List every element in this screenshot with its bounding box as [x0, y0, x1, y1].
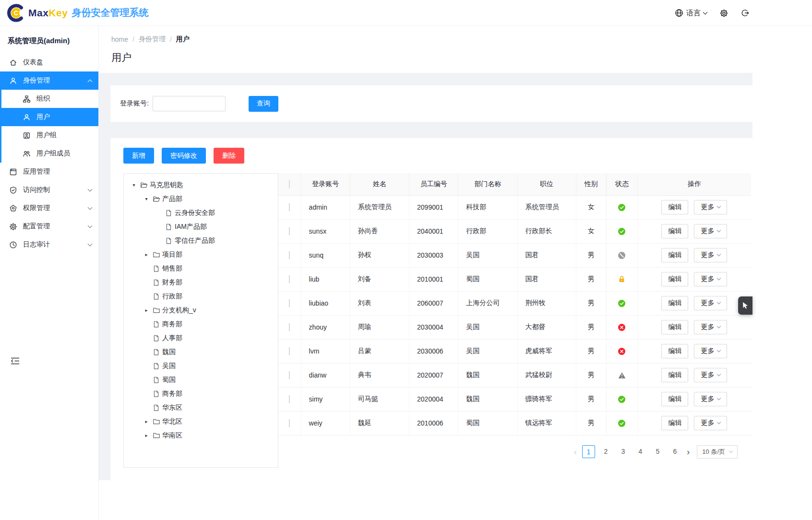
- employee-no-cell: 2020004: [409, 387, 458, 411]
- sidebar-item-user-groups[interactable]: 用户组: [1, 126, 98, 144]
- caret-right-icon[interactable]: ▸: [140, 252, 153, 257]
- table-row: admin系统管理员2099001科技部系统管理员女编辑更多: [278, 195, 751, 219]
- caret-right-icon[interactable]: ▸: [140, 307, 153, 313]
- previous-page-button[interactable]: ‹: [573, 447, 578, 456]
- sidebar-item-dashboard[interactable]: 仪表盘: [0, 53, 98, 71]
- query-button[interactable]: 查询: [249, 96, 278, 112]
- tree-node[interactable]: 蜀国: [124, 373, 278, 387]
- breadcrumb-item[interactable]: home: [111, 35, 128, 43]
- sidebar-item-configuration[interactable]: 配置管理: [0, 217, 98, 236]
- row-checkbox[interactable]: [289, 203, 290, 212]
- language-selector[interactable]: 语言: [675, 9, 707, 18]
- tree-node[interactable]: 财务部: [124, 275, 278, 289]
- sidebar-item-organizations[interactable]: 组织: [1, 90, 98, 108]
- more-button[interactable]: 更多: [694, 392, 727, 406]
- more-button[interactable]: 更多: [694, 296, 727, 310]
- edit-button[interactable]: 编辑: [661, 272, 688, 286]
- edit-button[interactable]: 编辑: [661, 200, 688, 214]
- status-cell: [606, 363, 637, 387]
- page-number-3[interactable]: 3: [617, 445, 630, 458]
- tree-node[interactable]: IAM产品部: [124, 220, 278, 234]
- tree-node[interactable]: 吴国: [124, 359, 278, 373]
- users-table-wrap: 登录账号姓名员工编号部门名称职位性别状态操作 admin系统管理员2099001…: [278, 173, 752, 459]
- edit-button[interactable]: 编辑: [661, 224, 688, 238]
- delete-button[interactable]: 删除: [214, 148, 244, 164]
- change-password-button[interactable]: 密码修改: [162, 148, 206, 164]
- more-button[interactable]: 更多: [694, 200, 727, 214]
- sidebar-item-applications[interactable]: 应用管理: [0, 163, 98, 181]
- more-button[interactable]: 更多: [694, 224, 727, 238]
- edit-button[interactable]: 编辑: [661, 392, 688, 406]
- more-button[interactable]: 更多: [694, 272, 727, 286]
- breadcrumb-separator: /: [132, 35, 134, 43]
- tree-node-label: 产品部: [162, 195, 182, 203]
- edit-button[interactable]: 编辑: [661, 368, 688, 382]
- status-locked-icon: [607, 275, 637, 283]
- table-row: weiy魏延2010006蜀国镇远将军男编辑更多: [278, 411, 751, 435]
- row-checkbox[interactable]: [289, 347, 290, 355]
- tree-node[interactable]: ▸项目部: [124, 248, 278, 261]
- breadcrumb-item[interactable]: 身份管理: [139, 35, 166, 44]
- name-cell: 刘表: [350, 291, 409, 315]
- row-checkbox[interactable]: [289, 275, 290, 284]
- add-button[interactable]: 新增: [123, 148, 154, 164]
- tree-node[interactable]: 云身份安全部: [124, 206, 278, 220]
- sidebar-item-permissions[interactable]: 权限管理: [0, 199, 98, 217]
- page-number-5[interactable]: 5: [651, 445, 664, 458]
- employee-no-cell: 2030004: [409, 315, 458, 339]
- next-page-button[interactable]: ›: [686, 447, 691, 456]
- tree-node[interactable]: 华东区: [124, 401, 278, 414]
- caret-right-icon[interactable]: ▸: [140, 419, 153, 424]
- page-number-6[interactable]: 6: [669, 445, 681, 458]
- more-button[interactable]: 更多: [694, 368, 727, 382]
- row-checkbox[interactable]: [289, 323, 290, 331]
- tree-node[interactable]: ▾马克思钥匙: [124, 178, 278, 192]
- app-subtitle: 身份安全管理系统: [72, 6, 148, 19]
- edit-button[interactable]: 编辑: [661, 344, 688, 358]
- row-checkbox[interactable]: [289, 299, 290, 307]
- page-number-1[interactable]: 1: [582, 445, 595, 458]
- settings-icon[interactable]: [719, 9, 728, 18]
- tree-node[interactable]: 魏国: [124, 345, 278, 359]
- tree-node[interactable]: 零信任产品部: [124, 234, 278, 248]
- row-checkbox[interactable]: [289, 371, 290, 379]
- tree-node[interactable]: 行政部: [124, 289, 278, 303]
- sidebar-item-users[interactable]: 用户: [1, 108, 98, 126]
- caret-right-icon[interactable]: ▸: [140, 433, 153, 438]
- tree-node[interactable]: ▾产品部: [124, 192, 278, 206]
- select-all-checkbox[interactable]: [289, 180, 290, 189]
- more-button[interactable]: 更多: [694, 320, 727, 334]
- sidebar-item-user-group-members[interactable]: 用户组成员: [1, 144, 98, 163]
- page-size-select[interactable]: 10 条/页: [697, 445, 738, 459]
- sidebar-item-audit[interactable]: 日志审计: [0, 236, 98, 254]
- collapse-sidebar-button[interactable]: [11, 357, 20, 365]
- more-button[interactable]: 更多: [694, 248, 727, 262]
- row-checkbox[interactable]: [289, 419, 290, 427]
- caret-down-icon[interactable]: ▾: [128, 182, 140, 188]
- tree-node[interactable]: ▸华北区: [124, 414, 278, 428]
- tree-node[interactable]: 销售部: [124, 261, 278, 275]
- tree-node[interactable]: ▸华南区: [124, 428, 278, 442]
- page-number-2[interactable]: 2: [599, 445, 612, 458]
- tree-node[interactable]: 商务部: [124, 387, 278, 401]
- edit-button[interactable]: 编辑: [661, 296, 688, 310]
- row-checkbox[interactable]: [289, 395, 290, 403]
- logout-icon[interactable]: [741, 9, 750, 17]
- row-checkbox[interactable]: [289, 227, 290, 236]
- login-account-input[interactable]: [153, 96, 226, 111]
- edit-button[interactable]: 编辑: [661, 320, 688, 334]
- tree-node[interactable]: 商务部: [124, 317, 278, 331]
- caret-down-icon[interactable]: ▾: [140, 196, 153, 201]
- more-button[interactable]: 更多: [694, 416, 727, 430]
- more-button[interactable]: 更多: [694, 344, 727, 358]
- tree-node[interactable]: 人事部: [124, 331, 278, 345]
- floating-helper-button[interactable]: [738, 296, 752, 315]
- sidebar-item-access-control[interactable]: 访问控制: [0, 181, 98, 199]
- row-checkbox[interactable]: [289, 251, 290, 260]
- page-number-4[interactable]: 4: [634, 445, 647, 458]
- tree-node[interactable]: ▸分支机构_v: [124, 303, 278, 317]
- sidebar-item-identity[interactable]: 身份管理: [1, 71, 98, 90]
- column-header: 姓名: [350, 173, 409, 195]
- edit-button[interactable]: 编辑: [661, 248, 688, 262]
- edit-button[interactable]: 编辑: [661, 416, 688, 430]
